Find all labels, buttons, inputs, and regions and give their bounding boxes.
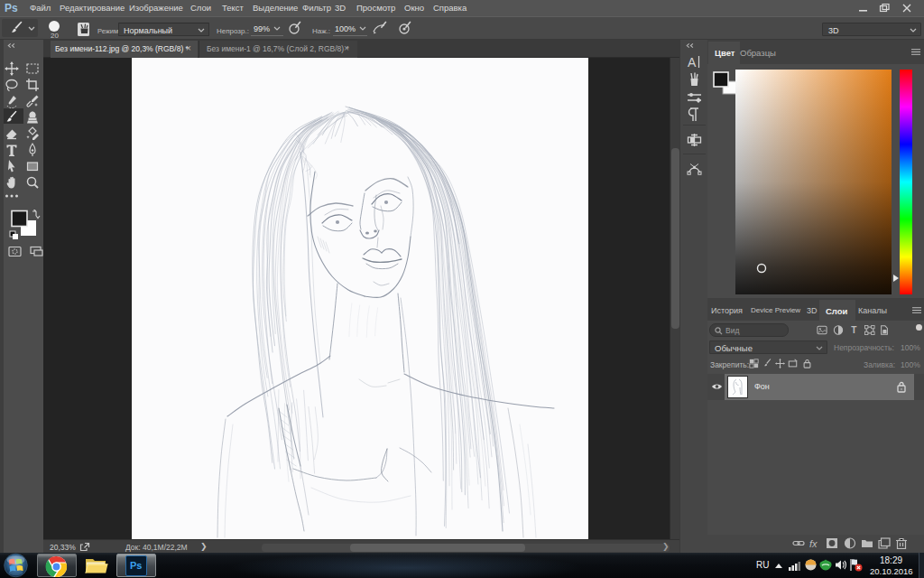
svg-text:fx: fx <box>809 538 818 549</box>
svg-text:T: T <box>851 325 857 335</box>
svg-text:A: A <box>688 55 697 70</box>
